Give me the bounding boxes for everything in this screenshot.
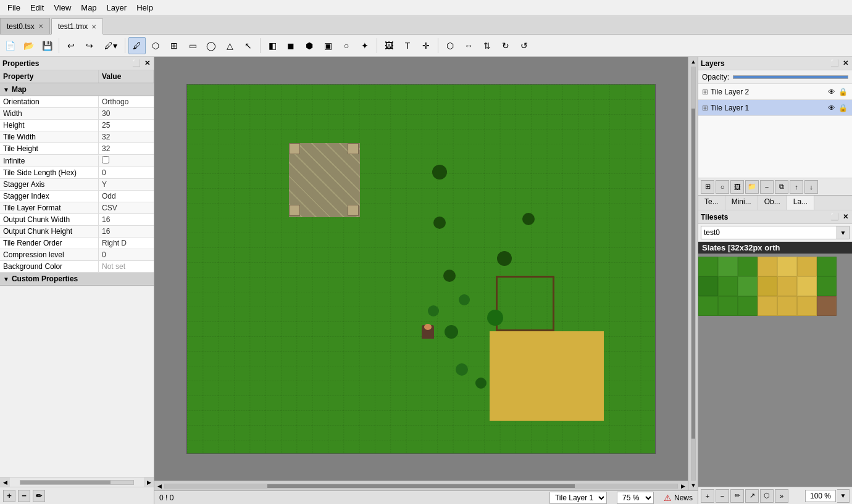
btn-rotate-cw[interactable]: ↻ — [497, 37, 514, 54]
map-hscroll-track[interactable] — [164, 484, 678, 489]
layers-add-object-btn[interactable]: ○ — [716, 180, 729, 194]
tile-0-6[interactable] — [817, 257, 837, 276]
tileset-remove-btn[interactable]: − — [716, 489, 729, 503]
tileset-preview[interactable]: Slates [32x32px orth — [698, 242, 852, 487]
tile-1-5[interactable] — [797, 276, 817, 296]
menu-view[interactable]: View — [49, 2, 76, 14]
btn-fill[interactable]: ⊞ — [165, 37, 183, 54]
btn-flip-v[interactable]: ⇅ — [478, 37, 496, 54]
layers-move-up-btn[interactable]: ↑ — [790, 180, 803, 194]
layer-row-2[interactable]: ⊞ Tile Layer 2 👁 🔒 — [698, 84, 852, 100]
btn-ellipse[interactable]: ◯ — [203, 37, 220, 54]
btn-flip-h[interactable]: ↔ — [460, 37, 477, 54]
tilesets-float-btn[interactable]: ⬜ — [829, 212, 840, 221]
btn-redo[interactable]: ↪ — [81, 37, 98, 54]
status-zoom-select[interactable]: 25 % 50 % 75 % 100 % — [617, 492, 654, 504]
tileset-edit-btn[interactable]: ✏ — [730, 489, 744, 503]
props-infinite-value[interactable] — [99, 155, 154, 167]
hscroll-track[interactable] — [20, 480, 134, 485]
tab-tilesets[interactable]: Te... — [698, 196, 725, 210]
layer-2-eye[interactable]: 👁 — [826, 86, 837, 97]
tile-2-5[interactable] — [797, 296, 817, 316]
props-compression-value[interactable]: 0 — [99, 249, 154, 260]
props-width-value[interactable]: 30 — [99, 108, 154, 119]
infinite-checkbox[interactable] — [102, 156, 109, 163]
tileset-add-btn[interactable]: + — [701, 489, 714, 503]
tile-0-5[interactable] — [797, 257, 817, 276]
tileset-more-btn[interactable]: » — [775, 489, 788, 503]
btn-eraser[interactable]: ◼ — [282, 37, 299, 54]
layer-1-lock[interactable]: 🔒 — [837, 102, 848, 114]
tile-1-2[interactable] — [738, 276, 758, 296]
btn-text[interactable]: T — [399, 37, 416, 54]
hscroll-left-arrow[interactable]: ◀ — [0, 477, 10, 487]
map-vscroll-thumb[interactable] — [691, 109, 695, 439]
props-section-map[interactable]: ▼ Map — [0, 83, 154, 96]
tile-0-2[interactable] — [738, 257, 758, 276]
tileset-export-btn[interactable]: ↗ — [745, 489, 759, 503]
menu-help[interactable]: Help — [132, 2, 158, 14]
tile-0-1[interactable] — [718, 257, 738, 276]
hscroll-right-arrow[interactable]: ▶ — [144, 477, 154, 487]
btn-open[interactable]: 📂 — [20, 37, 37, 54]
layer-2-lock[interactable]: 🔒 — [837, 86, 848, 97]
props-stagger-index-value[interactable]: Odd — [99, 191, 154, 202]
props-height-value[interactable]: 25 — [99, 120, 154, 131]
properties-float-btn[interactable]: ⬜ — [131, 59, 142, 68]
props-chunk-h-value[interactable]: 16 — [99, 226, 154, 237]
tab-minimap[interactable]: Mini... — [725, 196, 758, 210]
tile-0-0[interactable] — [698, 257, 718, 276]
props-render-order-value[interactable]: Right D — [99, 238, 154, 249]
tile-2-1[interactable] — [718, 296, 738, 316]
props-add-btn[interactable]: + — [3, 490, 15, 502]
props-bgcolor-value[interactable]: Not set — [99, 261, 154, 272]
tile-1-3[interactable] — [758, 276, 777, 296]
tile-2-3[interactable] — [758, 296, 777, 316]
btn-add-shape[interactable]: ◧ — [264, 37, 281, 54]
tileset-zoom-arrow[interactable]: ▼ — [837, 489, 850, 503]
tab-test0[interactable]: test0.tsx ✕ — [0, 18, 50, 34]
btn-rect[interactable]: ▭ — [184, 37, 201, 54]
menu-file[interactable]: File — [2, 2, 25, 14]
map-hscroll-left[interactable]: ◀ — [154, 481, 164, 491]
tile-0-3[interactable] — [758, 257, 777, 276]
props-section-custom[interactable]: ▼ Custom Properties — [0, 273, 154, 286]
props-stagger-axis-value[interactable]: Y — [99, 179, 154, 190]
btn-pointer[interactable]: ↖ — [240, 37, 257, 54]
tile-1-1[interactable] — [718, 276, 738, 296]
tile-2-0[interactable] — [698, 296, 718, 316]
tile-1-4[interactable] — [777, 276, 797, 296]
map-canvas[interactable] — [186, 84, 656, 454]
btn-shape-ellipse[interactable]: ○ — [338, 37, 355, 54]
tab-test1[interactable]: test1.tmx ✕ — [51, 19, 104, 35]
tilesets-select[interactable]: test0 — [701, 226, 837, 239]
tab-objects[interactable]: Ob... — [758, 196, 787, 210]
props-remove-btn[interactable]: − — [18, 490, 30, 502]
tile-2-6[interactable] — [817, 296, 837, 316]
tileset-zoom-input[interactable] — [805, 490, 836, 502]
map-vscroll-up[interactable]: ▲ — [688, 57, 698, 67]
layers-add-tileset-btn[interactable]: ⊞ — [701, 180, 714, 194]
hscroll-thumb[interactable] — [20, 481, 111, 484]
tilesets-close-btn[interactable]: ✕ — [842, 212, 850, 221]
btn-shape-point[interactable]: ✦ — [356, 37, 374, 54]
map-viewport[interactable] — [154, 57, 688, 481]
layers-dup-btn[interactable]: ⧉ — [775, 180, 788, 194]
btn-shape-rect[interactable]: ▣ — [319, 37, 336, 54]
tilesets-select-arrow[interactable]: ▼ — [837, 226, 850, 239]
props-hexside-value[interactable]: 0 — [99, 167, 154, 178]
map-vscroll-track[interactable] — [691, 67, 696, 481]
props-layer-format-value[interactable]: CSV — [99, 202, 154, 213]
props-orientation-value[interactable]: Orthogo — [99, 96, 154, 107]
tab-test0-close[interactable]: ✕ — [38, 23, 43, 30]
map-vscroll[interactable]: ▲ ▼ — [688, 57, 698, 490]
menu-layer[interactable]: Layer — [102, 2, 132, 14]
btn-stamp-dropdown[interactable]: 🖊▾ — [99, 37, 122, 54]
props-tileheight-value[interactable]: 32 — [99, 143, 154, 154]
layer-row-1[interactable]: ⊞ Tile Layer 1 👁 🔒 — [698, 100, 852, 116]
btn-move[interactable]: ✛ — [417, 37, 435, 54]
props-edit-btn[interactable]: ✏ — [33, 490, 45, 502]
btn-3d[interactable]: ⬡ — [441, 37, 459, 54]
opacity-slider[interactable] — [733, 75, 848, 79]
map-vscroll-down[interactable]: ▼ — [688, 481, 698, 490]
